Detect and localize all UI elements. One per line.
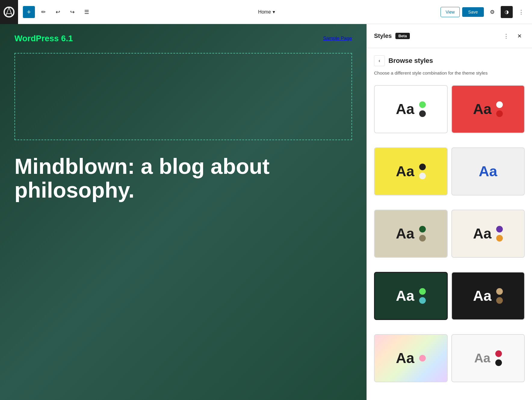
undo-icon: ↩ (56, 9, 60, 15)
aa-text: Aa (396, 163, 414, 180)
style-card-8[interactable]: Aa (451, 272, 525, 320)
canvas-area: WordPress 6.1 Sample Page Mindblown: a b… (0, 24, 367, 400)
style-card-inner: Aa (396, 225, 426, 242)
browse-styles-header: ‹ Browse styles (367, 48, 532, 70)
panel-header-left: Styles Beta (374, 32, 410, 39)
aa-text: Aa (479, 163, 497, 180)
style-card-1[interactable]: Aa (374, 85, 448, 133)
dot-1 (419, 226, 426, 232)
style-card-inner: Aa (396, 350, 426, 366)
style-card-inner: Aa (474, 350, 502, 366)
panel-close-button[interactable]: ✕ (514, 31, 525, 42)
style-card-inner: Aa (473, 225, 503, 242)
edit-tool-button[interactable]: ✏ (37, 6, 49, 18)
style-card-inner: Aa (473, 288, 503, 304)
style-card-2[interactable]: Aa (451, 85, 525, 133)
dot-1 (419, 355, 426, 362)
redo-button[interactable]: ↪ (66, 6, 78, 18)
list-icon: ☰ (84, 9, 89, 15)
panel-more-button[interactable]: ⋮ (501, 31, 512, 42)
more-options-button[interactable]: ⋮ (515, 6, 527, 18)
svg-point-0 (4, 7, 14, 17)
view-button[interactable]: View (441, 7, 460, 17)
settings-button[interactable]: ⚙ (486, 6, 498, 18)
style-card-inner: Aa (396, 101, 426, 117)
style-card-7[interactable]: Aa (374, 272, 448, 320)
more-icon: ⋮ (503, 33, 509, 39)
dot-1 (495, 350, 502, 357)
dots (495, 350, 502, 366)
dot-2 (419, 235, 426, 242)
aa-text: Aa (473, 101, 491, 117)
back-icon: ‹ (379, 58, 380, 63)
dots (496, 288, 503, 304)
more-icon: ⋮ (518, 9, 524, 15)
style-card-inner: Aa (396, 288, 426, 304)
toolbar: + ✏ ↩ ↪ ☰ Home ▾ View Save ⚙ ◑ ⋮ (0, 0, 532, 24)
redo-icon: ↪ (70, 9, 75, 15)
plus-icon: + (27, 8, 31, 16)
dot-2 (419, 297, 426, 304)
close-icon: ✕ (517, 33, 522, 39)
list-view-button[interactable]: ☰ (81, 6, 93, 18)
browse-styles-title: Browse styles (388, 57, 433, 65)
gear-icon: ⚙ (490, 9, 495, 15)
style-card-4[interactable]: Aa (451, 147, 525, 195)
dot-1 (496, 101, 503, 108)
main-area: WordPress 6.1 Sample Page Mindblown: a b… (0, 24, 532, 400)
dot-2 (495, 359, 502, 366)
dots (419, 164, 426, 179)
page-title-text: Home (258, 9, 271, 15)
styles-panel: Styles Beta ⋮ ✕ ‹ Browse styles Choose a… (367, 24, 532, 400)
pencil-icon: ✏ (41, 9, 46, 15)
dot-2 (419, 110, 426, 117)
dots (419, 101, 426, 117)
panel-header: Styles Beta ⋮ ✕ (367, 24, 532, 48)
style-card-inner: Aa (473, 101, 503, 117)
hero-text: Mindblown: a blog about philosophy. (0, 140, 367, 202)
site-header: WordPress 6.1 Sample Page (0, 24, 367, 53)
dots (496, 101, 503, 117)
style-card-5[interactable]: Aa (374, 210, 448, 258)
aa-text: Aa (396, 288, 414, 304)
dots (419, 355, 426, 362)
save-button[interactable]: Save (462, 7, 484, 17)
aa-text: Aa (396, 101, 414, 117)
dots (419, 226, 426, 242)
style-card-3[interactable]: Aa (374, 147, 448, 195)
site-nav: Sample Page (323, 36, 352, 41)
undo-button[interactable]: ↩ (52, 6, 64, 18)
style-card-9[interactable]: Aa (374, 334, 448, 382)
add-block-button[interactable]: + (23, 6, 35, 18)
back-button[interactable]: ‹ (374, 55, 385, 66)
wp-logo-icon (4, 7, 14, 17)
style-grid: Aa Aa (367, 83, 532, 400)
aa-text: Aa (474, 351, 490, 365)
contrast-icon: ◑ (505, 9, 509, 15)
aa-text: Aa (396, 225, 414, 242)
style-card-10[interactable]: Aa (451, 334, 525, 382)
dot-1 (419, 164, 426, 170)
browse-styles-description: Choose a different style combination for… (367, 70, 532, 83)
wp-logo (0, 0, 18, 24)
aa-text: Aa (396, 350, 414, 366)
site-title: WordPress 6.1 (14, 34, 73, 43)
style-card-inner: Aa (479, 163, 497, 180)
style-card-6[interactable]: Aa (451, 210, 525, 258)
dot-1 (496, 288, 503, 295)
nav-link[interactable]: Sample Page (323, 36, 352, 41)
image-placeholder (14, 53, 352, 140)
dots (419, 288, 426, 304)
dot-1 (419, 288, 426, 295)
toolbar-right: View Save ⚙ ◑ ⋮ (441, 6, 527, 18)
aa-text: Aa (473, 288, 491, 304)
dot-2 (419, 173, 426, 179)
page-title-button[interactable]: Home ▾ (258, 9, 275, 15)
dot-1 (419, 101, 426, 108)
dot-1 (496, 226, 503, 232)
dark-mode-button[interactable]: ◑ (501, 6, 513, 18)
panel-header-right: ⋮ ✕ (501, 31, 525, 42)
chevron-down-icon: ▾ (273, 9, 275, 15)
toolbar-center: Home ▾ (95, 9, 438, 15)
dot-2 (496, 235, 503, 242)
